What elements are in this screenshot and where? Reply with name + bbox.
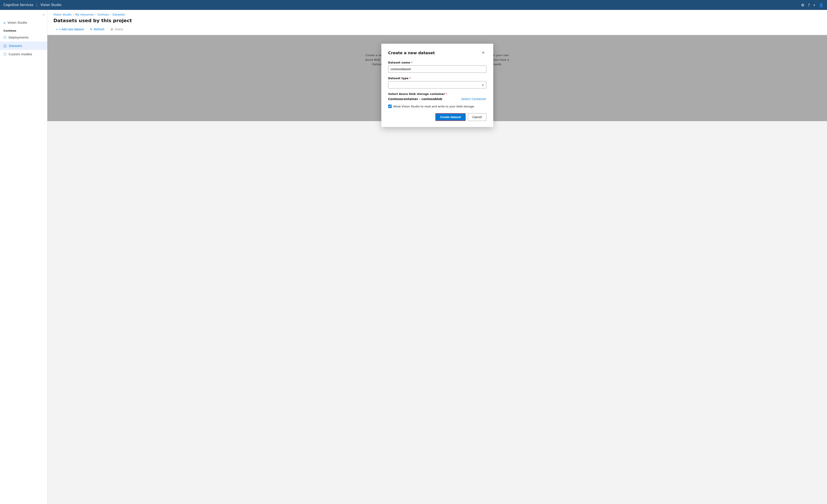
top-navigation: Cognitive Services | Vision Studio ⚙ ? ∨…	[0, 0, 827, 10]
sidebar-label-vision-studio: Vision Studio	[7, 21, 27, 24]
modal-overlay: Create a new dataset ✕ Dataset name *	[47, 35, 827, 121]
storage-container-name: Contosocontainer - contosoblob	[388, 97, 442, 101]
dataset-type-group: Dataset type * ∨	[388, 77, 486, 89]
modal-header: Create a new dataset ✕	[388, 50, 486, 56]
sidebar-label-datasets: Datasets	[9, 44, 22, 48]
breadcrumb-my-resources[interactable]: My resources	[75, 13, 94, 16]
page-body: Create a new dataset to get started. You…	[47, 35, 827, 121]
modal-close-button[interactable]: ✕	[480, 50, 486, 56]
dataset-name-label: Dataset name *	[388, 61, 486, 64]
add-button-label: + Add new dataset	[59, 28, 84, 31]
refresh-icon: ↻	[90, 28, 93, 31]
sidebar-item-custom-models[interactable]: ⬡ Custom models	[0, 50, 47, 58]
blob-storage-checkbox[interactable]	[388, 105, 392, 108]
sidebar-item-vision-studio[interactable]: ⌂ Vision Studio	[0, 19, 47, 27]
dataset-name-group: Dataset name *	[388, 61, 486, 73]
dataset-type-select[interactable]	[388, 81, 486, 89]
modal-title: Create a new dataset	[388, 51, 435, 55]
content-header: Vision Studio › My resources › Contoso ›…	[47, 10, 827, 35]
select-container-link[interactable]: Select Container	[461, 97, 486, 101]
sidebar-collapse-button[interactable]: «	[0, 12, 47, 19]
deployments-icon: ⬡	[3, 35, 6, 39]
breadcrumb-sep-3: ›	[110, 13, 111, 16]
breadcrumb: Vision Studio › My resources › Contoso ›…	[53, 13, 821, 16]
breadcrumb-sep-2: ›	[95, 13, 96, 16]
storage-section: Select Azure blob storage container * Co…	[388, 92, 486, 101]
sidebar: « ⌂ Vision Studio Contoso ⬡ Deployments …	[0, 10, 47, 504]
cancel-button[interactable]: Cancel	[468, 113, 486, 121]
app-layout: « ⌂ Vision Studio Contoso ⬡ Deployments …	[0, 10, 827, 504]
refresh-button[interactable]: ↻ Refresh	[87, 26, 107, 32]
breadcrumb-vision-studio[interactable]: Vision Studio	[53, 13, 71, 16]
sidebar-label-custom-models: Custom models	[9, 52, 32, 56]
app-title: Cognitive Services	[3, 3, 33, 7]
checkbox-label: Allow Vision Studio to read and write to…	[393, 105, 474, 108]
home-icon: ⌂	[3, 21, 5, 24]
sidebar-label-deployments: Deployments	[9, 36, 29, 39]
top-nav-actions: ⚙ ? ∨ 👤	[801, 3, 824, 7]
main-content: Vision Studio › My resources › Contoso ›…	[47, 10, 827, 504]
delete-icon: 🗑	[110, 28, 113, 31]
required-star-storage: *	[446, 92, 447, 96]
required-star-name: *	[411, 61, 412, 64]
app-subtitle: Vision Studio	[41, 3, 61, 7]
storage-label: Select Azure blob storage container *	[388, 92, 486, 96]
storage-row: Contosocontainer - contosoblob Select Co…	[388, 97, 486, 101]
breadcrumb-datasets[interactable]: Datasets	[112, 13, 125, 16]
sidebar-item-datasets[interactable]: ◫ Datasets	[0, 42, 47, 50]
delete-button[interactable]: 🗑 Delete	[108, 26, 126, 32]
sidebar-section-label: Contoso	[0, 27, 47, 33]
page-title: Datasets used by this project	[53, 18, 821, 23]
create-dataset-modal: Create a new dataset ✕ Dataset name *	[381, 44, 493, 127]
chevron-down-icon[interactable]: ∨	[813, 3, 815, 7]
user-avatar-icon[interactable]: 👤	[819, 3, 824, 7]
settings-icon[interactable]: ⚙	[801, 3, 805, 7]
blob-storage-checkbox-row: Allow Vision Studio to read and write to…	[388, 105, 486, 108]
dataset-name-input[interactable]	[388, 65, 486, 73]
add-icon: +	[56, 28, 58, 31]
breadcrumb-contoso[interactable]: Contoso	[97, 13, 109, 16]
required-star-type: *	[409, 77, 411, 80]
title-separator: |	[36, 3, 38, 7]
breadcrumb-sep-1: ›	[73, 13, 74, 16]
refresh-button-label: Refresh	[94, 28, 104, 31]
create-dataset-button[interactable]: Create dataset	[435, 113, 466, 121]
toolbar: + + Add new dataset ↻ Refresh 🗑 Delete	[53, 26, 821, 35]
datasets-icon: ◫	[3, 44, 7, 48]
help-icon[interactable]: ?	[808, 3, 810, 7]
delete-button-label: Delete	[115, 28, 123, 31]
dataset-type-label: Dataset type *	[388, 77, 486, 80]
custom-models-icon: ⬡	[3, 52, 6, 56]
modal-footer: Create dataset Cancel	[388, 113, 486, 121]
app-title-group: Cognitive Services | Vision Studio	[3, 3, 61, 7]
add-new-dataset-button[interactable]: + + Add new dataset	[53, 26, 87, 32]
sidebar-item-deployments[interactable]: ⬡ Deployments	[0, 33, 47, 42]
dataset-type-select-wrapper: ∨	[388, 81, 486, 89]
